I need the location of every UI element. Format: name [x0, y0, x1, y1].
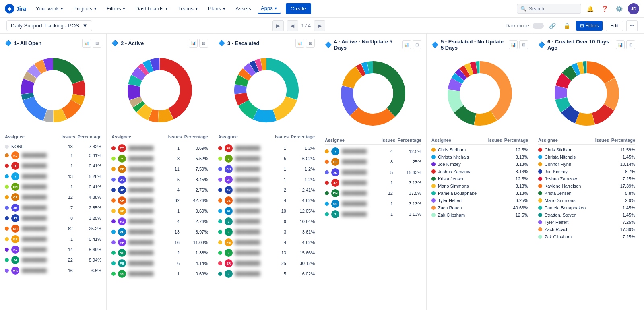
row-avatar: SS — [331, 200, 339, 208]
nav-teams[interactable]: Teams▼ — [175, 4, 201, 13]
table-row: ? ████████ 5 6.02% — [218, 269, 315, 279]
row-issues-count: 13 — [161, 229, 180, 234]
next-page-button[interactable]: ▶ — [314, 20, 325, 31]
row-issues-count: 5 — [375, 170, 393, 175]
row-assignee-name: ████████ — [235, 219, 266, 224]
row-percentage: 1.2% — [289, 146, 315, 151]
row-dot — [325, 191, 329, 195]
row-avatar: PB — [225, 238, 233, 246]
chart-view-button[interactable]: 📊 — [189, 39, 198, 48]
row-avatar: TC — [118, 144, 126, 152]
row-assignee-name: ████████ — [128, 261, 159, 266]
filters-button[interactable]: ⊞ Filters — [576, 21, 603, 31]
nav-plans[interactable]: Plans▼ — [205, 4, 229, 13]
row-assignee-name: ████████ — [342, 180, 372, 185]
share-button[interactable]: 🔗 — [547, 20, 558, 31]
search-bar[interactable]: 🔍 Search — [517, 4, 581, 14]
row-assignee-name: ████████ — [128, 209, 159, 213]
prev-page-button[interactable]: ◀ — [287, 20, 298, 31]
row-assignee-name: ████████ — [22, 205, 52, 210]
row-assignee-name: ████████ — [235, 177, 266, 182]
th-percentage: Percentage — [502, 138, 528, 143]
none-dot — [5, 145, 9, 149]
table-view-button[interactable]: ⊞ — [519, 40, 528, 49]
nav-projects[interactable]: Projects▼ — [70, 4, 100, 13]
settings-button[interactable]: ⚙️ — [613, 3, 625, 14]
more-options-button[interactable]: ••• — [626, 20, 638, 31]
row-assignee-name: ████████ — [128, 219, 159, 224]
user-avatar[interactable]: JD — [628, 3, 639, 14]
row-assignee-name: Joshua Zamzow — [438, 169, 479, 174]
table-view-button[interactable]: ⊞ — [93, 39, 101, 48]
row-dot — [218, 188, 222, 192]
table-view-button[interactable]: ⊞ — [199, 39, 208, 48]
row-dot — [431, 177, 436, 181]
row-issues-count: 18 — [55, 144, 73, 149]
row-dot — [5, 153, 9, 157]
table-view-button[interactable]: ⊞ — [306, 39, 315, 48]
row-issues-count: 1 — [161, 146, 180, 151]
dashboard-select[interactable]: Daily Support Tracking - POS ▼ — [6, 20, 92, 31]
nav-assets[interactable]: Assets — [232, 4, 254, 13]
row-assignee-name: Kaylene Harrelson — [545, 184, 586, 188]
row-avatar: JZ — [118, 186, 126, 194]
row-percentage: 30.12% — [289, 261, 315, 266]
row-percentage: 12.05% — [289, 209, 315, 213]
row-percentage: 0.41% — [75, 163, 101, 168]
row-avatar: ? — [225, 228, 233, 236]
nav-filters[interactable]: Filters▼ — [103, 4, 129, 13]
row-issues-count: 6 — [161, 261, 180, 266]
chart-view-button[interactable]: 📊 — [295, 39, 304, 48]
nav-apps[interactable]: Apps▼ — [258, 4, 281, 14]
notifications-button[interactable]: 🔔 — [584, 3, 596, 14]
assignee-table: Assignee Issues Percentage TC ████████ 1… — [111, 133, 208, 279]
table-view-button[interactable]: ⊞ — [413, 40, 421, 49]
row-percentage: 12.5% — [395, 149, 421, 154]
row-dot — [538, 227, 542, 231]
row-dot — [431, 191, 436, 195]
row-dot — [5, 269, 9, 273]
assignee-table: Assignee Issues Percentage Chris Stidham… — [538, 136, 635, 240]
row-percentage: 3.13% — [502, 191, 528, 196]
table-row: ? ████████ 5 6.02% — [218, 153, 315, 164]
table-row: CF ████████ 12 4.88% — [5, 192, 101, 203]
row-issues-count: 4 — [161, 219, 180, 224]
chart-view-button[interactable]: 📊 — [82, 39, 91, 48]
table-row: Mario Simmons 2.9% — [538, 197, 635, 204]
jira-logo[interactable]: Jira — [5, 4, 26, 14]
help-button[interactable]: ❓ — [599, 3, 610, 14]
edit-button[interactable]: Edit — [606, 21, 623, 31]
chart-view-button[interactable]: 📊 — [616, 40, 625, 49]
donut-chart — [431, 54, 528, 136]
row-avatar: ? — [118, 155, 126, 163]
dark-mode-toggle[interactable] — [533, 23, 544, 29]
row-assignee-name: ████████ — [128, 240, 159, 245]
row-assignee-name: Pamela Bouaphakeo — [545, 205, 586, 210]
row-dot — [431, 184, 436, 188]
table-row: Zach Roach 40.63% — [431, 204, 528, 211]
row-avatar: ? — [331, 147, 339, 155]
row-issues-count: 16 — [55, 268, 73, 273]
create-button[interactable]: Create — [286, 3, 311, 14]
table-view-button[interactable]: ⊞ — [626, 40, 635, 49]
table-row: JZ ████████ 4 4.82% — [218, 195, 315, 206]
lock-button[interactable]: 🔒 — [561, 20, 573, 31]
row-avatar: M — [11, 256, 19, 264]
row-dot — [5, 237, 9, 241]
row-assignee-name: ████████ — [22, 174, 52, 179]
row-percentage: 1.2% — [289, 177, 315, 182]
table-row: JK ████████ 5 3.45% — [111, 174, 208, 185]
nav-your-work[interactable]: Your work▼ — [33, 4, 67, 13]
row-avatar: KJ — [11, 246, 19, 254]
row-assignee-name: ████████ — [22, 195, 52, 200]
play-button[interactable]: ▶ — [272, 20, 284, 31]
chart-view-button[interactable]: 📊 — [402, 40, 411, 49]
row-avatar: JZ — [11, 214, 19, 222]
row-assignee-name: Christa Nitchals — [545, 155, 586, 159]
row-assignee-name: ████████ — [128, 229, 159, 234]
chart-view-button[interactable]: 📊 — [509, 40, 518, 49]
row-assignee-name: ████████ — [22, 163, 52, 168]
row-issues-count: 22 — [55, 258, 73, 262]
nav-dashboards[interactable]: Dashboards▼ — [132, 4, 171, 13]
row-percentage: 8.94% — [75, 258, 101, 262]
